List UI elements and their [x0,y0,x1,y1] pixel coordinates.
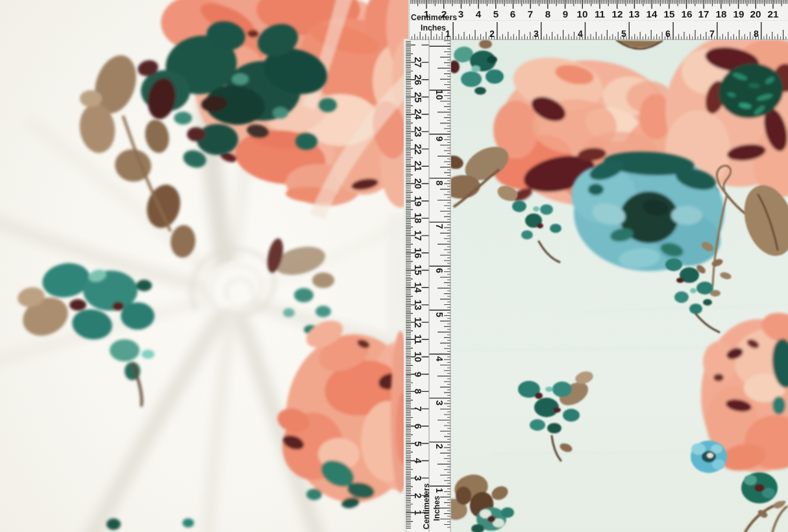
svg-text:3: 3 [534,29,539,39]
svg-text:8: 8 [434,180,445,186]
svg-text:17: 17 [698,8,709,19]
svg-text:18: 18 [715,8,727,19]
svg-text:6: 6 [434,268,445,273]
svg-text:1: 1 [445,29,450,39]
svg-text:8: 8 [754,29,759,39]
svg-text:11: 11 [413,334,423,345]
svg-text:4: 4 [413,458,423,464]
svg-text:13: 13 [413,300,423,310]
svg-text:18: 18 [413,213,423,223]
svg-text:5: 5 [413,441,423,446]
svg-text:14: 14 [646,8,658,19]
svg-text:19: 19 [733,8,744,19]
svg-text:3: 3 [458,8,464,19]
svg-text:20: 20 [750,8,761,19]
svg-text:10: 10 [413,352,423,362]
svg-text:2: 2 [489,29,495,39]
svg-text:4: 4 [434,356,445,361]
svg-text:8: 8 [413,389,423,394]
svg-text:15: 15 [413,265,423,275]
svg-text:2: 2 [434,444,445,449]
svg-text:20: 20 [413,178,423,189]
svg-text:23: 23 [413,127,423,137]
svg-text:Centimeters: Centimeters [411,13,457,22]
svg-text:27: 27 [413,57,423,67]
svg-text:21: 21 [413,161,423,171]
svg-text:17: 17 [413,230,423,241]
svg-text:8: 8 [545,8,551,19]
svg-text:16: 16 [413,248,423,258]
svg-text:16: 16 [681,8,692,19]
svg-text:5: 5 [434,312,445,317]
svg-text:11: 11 [595,8,606,19]
svg-text:12: 12 [413,317,423,328]
svg-text:10: 10 [576,8,587,19]
svg-text:9: 9 [434,136,445,141]
svg-text:15: 15 [663,8,675,19]
svg-text:21: 21 [767,8,779,19]
svg-text:7: 7 [434,224,445,229]
svg-text:26: 26 [413,75,423,85]
svg-text:9: 9 [413,372,423,377]
svg-text:4: 4 [476,8,482,19]
svg-text:6: 6 [413,424,423,429]
svg-text:6: 6 [510,8,516,19]
svg-text:7: 7 [528,8,534,19]
svg-text:Inches: Inches [421,23,446,32]
svg-text:6: 6 [665,29,671,39]
svg-text:25: 25 [413,92,423,103]
svg-text:3: 3 [434,400,445,405]
svg-text:Centimeters: Centimeters [422,483,431,529]
svg-text:7: 7 [413,406,423,411]
svg-text:1: 1 [434,488,445,493]
svg-text:5: 5 [493,8,499,19]
svg-text:24: 24 [413,109,423,120]
svg-text:7: 7 [709,29,715,39]
svg-text:19: 19 [413,196,423,206]
svg-text:4: 4 [578,29,583,39]
svg-text:14: 14 [413,282,423,293]
svg-text:3: 3 [413,476,423,481]
svg-text:10: 10 [434,90,445,100]
svg-text:12: 12 [611,8,622,19]
svg-text:22: 22 [413,144,423,154]
svg-text:13: 13 [628,8,639,19]
svg-text:9: 9 [563,8,569,19]
svg-text:5: 5 [621,29,626,39]
svg-text:Inches: Inches [432,496,441,521]
